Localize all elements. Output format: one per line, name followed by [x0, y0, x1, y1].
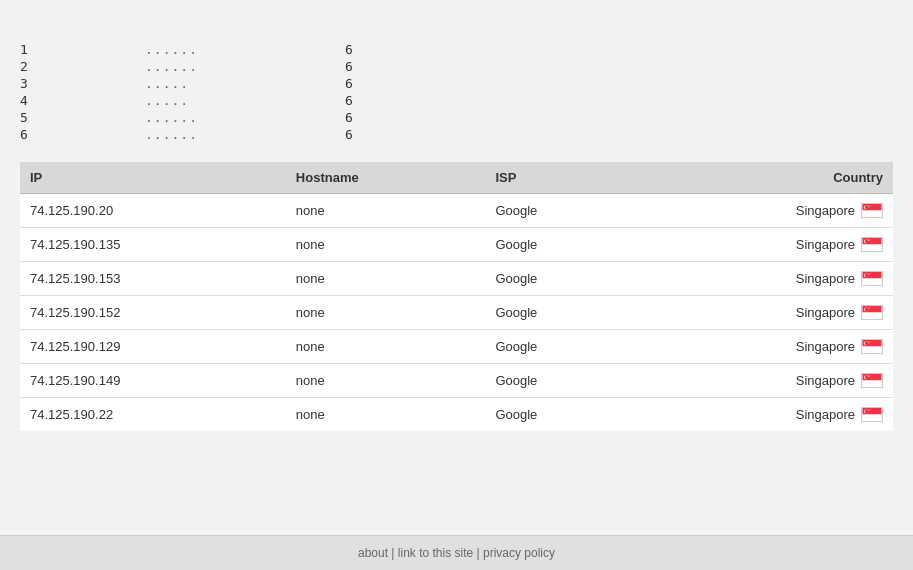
cell-isp: Google [485, 364, 634, 398]
table-header-row: IP Hostname ISP Country [20, 162, 893, 194]
svg-rect-28 [862, 313, 881, 320]
table-row: 74.125.190.22 none Google Singapore [20, 398, 893, 432]
table-header: IP Hostname ISP Country [20, 162, 893, 194]
cell-isp: Google [485, 262, 634, 296]
svg-rect-1 [862, 211, 881, 218]
flag-singapore [861, 407, 883, 422]
cell-hostname: none [286, 364, 486, 398]
cell-ip: 74.125.190.149 [20, 364, 286, 398]
country-name: Singapore [796, 305, 855, 320]
svg-point-21 [865, 273, 869, 277]
progress-row: 5 ...... 6 [20, 110, 893, 125]
progress-row: 4 ..... 6 [20, 93, 893, 108]
svg-point-30 [865, 307, 869, 311]
progress-rows: 1 ...... 6 2 ...... 6 3 ..... 6 4 ..... … [20, 42, 893, 142]
svg-point-3 [865, 205, 869, 209]
progress-found: 6 [345, 110, 405, 125]
cell-hostname: none [286, 228, 486, 262]
table-row: 74.125.190.153 none Google Singapore [20, 262, 893, 296]
flag-singapore [861, 203, 883, 218]
country-name: Singapore [796, 339, 855, 354]
svg-rect-37 [862, 347, 881, 354]
footer: about | link to this site | privacy poli… [0, 535, 913, 570]
progress-query: 6 [20, 127, 75, 142]
cell-ip: 74.125.190.153 [20, 262, 286, 296]
progress-dots: ...... [145, 127, 265, 142]
cell-isp: Google [485, 330, 634, 364]
cell-country: Singapore [635, 296, 893, 330]
col-header-country: Country [635, 162, 893, 194]
cell-country: Singapore [635, 262, 893, 296]
progress-row: 6 ...... 6 [20, 127, 893, 142]
progress-dots: ..... [145, 93, 265, 108]
flag-singapore [861, 237, 883, 252]
country-cell: Singapore [645, 237, 883, 252]
progress-query: 2 [20, 59, 75, 74]
table-row: 74.125.190.149 none Google Singapore [20, 364, 893, 398]
cell-country: Singapore [635, 194, 893, 228]
footer-about[interactable]: about [358, 546, 388, 560]
cell-ip: 74.125.190.22 [20, 398, 286, 432]
cell-isp: Google [485, 296, 634, 330]
progress-found: 6 [345, 76, 405, 91]
cell-hostname: none [286, 262, 486, 296]
table-body: 74.125.190.20 none Google Singapore 74.1… [20, 194, 893, 432]
cell-isp: Google [485, 194, 634, 228]
country-cell: Singapore [645, 305, 883, 320]
country-cell: Singapore [645, 407, 883, 422]
cell-hostname: none [286, 296, 486, 330]
table-row: 74.125.190.20 none Google Singapore [20, 194, 893, 228]
svg-point-57 [865, 409, 869, 413]
svg-point-39 [865, 341, 869, 345]
progress-section: 1 ...... 6 2 ...... 6 3 ..... 6 4 ..... … [20, 38, 893, 142]
cell-country: Singapore [635, 398, 893, 432]
country-name: Singapore [796, 203, 855, 218]
progress-row: 1 ...... 6 [20, 42, 893, 57]
flag-singapore [861, 305, 883, 320]
svg-rect-19 [862, 279, 881, 286]
page-wrapper: 1 ...... 6 2 ...... 6 3 ..... 6 4 ..... … [0, 0, 913, 570]
col-header-isp: ISP [485, 162, 634, 194]
col-header-ip: IP [20, 162, 286, 194]
country-name: Singapore [796, 407, 855, 422]
svg-point-12 [865, 239, 869, 243]
svg-rect-55 [862, 415, 881, 422]
progress-row: 2 ...... 6 [20, 59, 893, 74]
progress-found: 6 [345, 93, 405, 108]
progress-found: 6 [345, 42, 405, 57]
cell-hostname: none [286, 194, 486, 228]
country-cell: Singapore [645, 339, 883, 354]
cell-ip: 74.125.190.129 [20, 330, 286, 364]
progress-dots: ...... [145, 59, 265, 74]
cell-country: Singapore [635, 228, 893, 262]
flag-singapore [861, 339, 883, 354]
progress-row: 3 ..... 6 [20, 76, 893, 91]
cell-isp: Google [485, 398, 634, 432]
country-name: Singapore [796, 271, 855, 286]
cell-ip: 74.125.190.135 [20, 228, 286, 262]
svg-rect-46 [862, 381, 881, 388]
progress-query: 4 [20, 93, 75, 108]
progress-query: 3 [20, 76, 75, 91]
progress-dots: ...... [145, 42, 265, 57]
flag-singapore [861, 373, 883, 388]
country-cell: Singapore [645, 203, 883, 218]
cell-hostname: none [286, 330, 486, 364]
progress-query: 5 [20, 110, 75, 125]
col-header-hostname: Hostname [286, 162, 486, 194]
results-table: IP Hostname ISP Country 74.125.190.20 no… [20, 162, 893, 431]
svg-point-48 [865, 375, 869, 379]
cell-ip: 74.125.190.20 [20, 194, 286, 228]
country-name: Singapore [796, 237, 855, 252]
cell-ip: 74.125.190.152 [20, 296, 286, 330]
main-content: 1 ...... 6 2 ...... 6 3 ..... 6 4 ..... … [0, 0, 913, 535]
cell-country: Singapore [635, 364, 893, 398]
footer-link-to-site[interactable]: link to this site [398, 546, 473, 560]
cell-isp: Google [485, 228, 634, 262]
svg-rect-10 [862, 245, 881, 252]
progress-query: 1 [20, 42, 75, 57]
cell-hostname: none [286, 398, 486, 432]
footer-privacy-policy[interactable]: privacy policy [483, 546, 555, 560]
progress-found: 6 [345, 127, 405, 142]
table-row: 74.125.190.135 none Google Singapore [20, 228, 893, 262]
